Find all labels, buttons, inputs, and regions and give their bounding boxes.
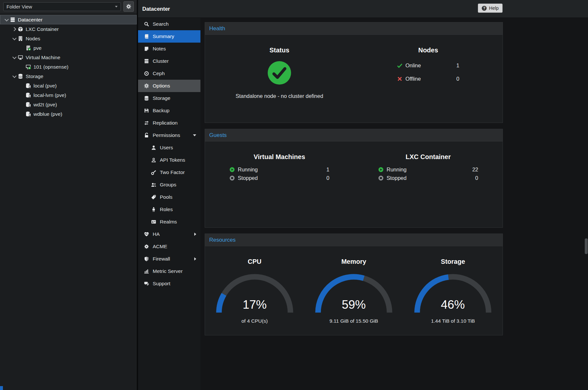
tree-item-pve[interactable]: pve (0, 43, 137, 53)
unlock-icon (144, 133, 149, 138)
tree-item-storage[interactable]: Storage (0, 72, 137, 81)
tree-expander-icon[interactable] (12, 27, 17, 32)
guests-stat-rows: Running22Stopped0 (378, 167, 478, 181)
menu-item-acme[interactable]: ACME (138, 240, 200, 253)
shield-icon (144, 256, 149, 262)
page-title: Datacenter (142, 6, 170, 12)
gauge-storage: Storage46%1.44 TiB of 3.10 TiB (403, 254, 503, 324)
resource-tree-panel: Folder View DatacenterLXC ContainerNodes… (0, 0, 137, 390)
tree-item-storage-local[interactable]: local (pve) (0, 81, 137, 90)
tree-settings-button[interactable] (123, 1, 134, 12)
menu-item-label: Realms (160, 219, 177, 225)
guests-column-title: Virtual Machines (205, 153, 354, 161)
status-column-title: Status (205, 47, 354, 54)
gauge-title: CPU (248, 258, 262, 265)
bar-chart-icon (144, 269, 149, 274)
tree-expander-spacer (19, 102, 25, 107)
certificate-icon (144, 244, 149, 249)
datacenter-menu: SearchSummaryNotesClusterCephOptionsStor… (138, 18, 200, 390)
status-message: Standalone node - no cluster defined (205, 93, 354, 99)
gauge-arc: 46% (409, 269, 497, 316)
tree-item-label: Storage (26, 74, 43, 79)
tree-item-storage-wdblue[interactable]: wdblue (pve) (0, 109, 137, 119)
menu-item-pools[interactable]: Pools (138, 191, 200, 203)
guests-column-virtual-machines: Virtual MachinesRunning1Stopped0 (205, 149, 354, 227)
stat-label: Online (405, 62, 421, 69)
tree-item-storage-wd2t[interactable]: wd2t (pve) (0, 100, 137, 109)
chevron-right-icon (194, 257, 196, 261)
stat-value: 22 (472, 167, 478, 173)
menu-item-search[interactable]: Search (138, 18, 200, 30)
menu-item-two-factor[interactable]: Two Factor (138, 166, 200, 179)
menu-item-realms[interactable]: Realms (138, 216, 200, 228)
panel-header: Datacenter ? Help (138, 0, 588, 18)
play-circle-icon (378, 167, 384, 172)
nodes-icon (18, 36, 23, 41)
menu-item-summary[interactable]: Summary (138, 30, 200, 43)
key-icon (151, 170, 156, 175)
menu-item-label: Users (160, 145, 173, 151)
tree-item-vm-101[interactable]: 101 (opnsense) (0, 62, 137, 72)
retweet-icon (144, 120, 149, 126)
tree-expander-icon[interactable] (12, 74, 17, 79)
tree-expander-icon[interactable] (12, 55, 17, 60)
check-icon (397, 63, 403, 68)
menu-item-groups[interactable]: Groups (138, 179, 200, 191)
menu-item-firewall[interactable]: Firewall (138, 253, 200, 265)
menu-item-permissions[interactable]: Permissions (138, 129, 200, 141)
tree-expander-spacer (19, 112, 25, 117)
tree-item-label: Nodes (26, 36, 40, 42)
stat-label: Stopped (238, 175, 258, 181)
tree-item-nodes[interactable]: Nodes (0, 34, 137, 43)
content-scrollbar-thumb[interactable] (585, 238, 588, 254)
guests-stat-rows: Running1Stopped0 (229, 167, 329, 181)
resources-panel: Resources CPU17%of 4 CPU(s)Memory59%9.11… (205, 234, 503, 335)
stat-value: 0 (475, 175, 478, 181)
view-selector-value: Folder View (6, 4, 32, 9)
vm-icon (18, 55, 23, 60)
tree-item-storage-local-lvm[interactable]: local-lvm (pve) (0, 90, 137, 100)
stat-row-stopped: Stopped0 (378, 175, 478, 181)
health-panel-body: Status Standalone node - no cluster defi… (205, 35, 503, 123)
tree-item-label: LXC Container (26, 26, 59, 32)
menu-item-ceph[interactable]: Ceph (138, 67, 200, 80)
menu-item-label: Support (153, 281, 170, 287)
tree-expander-spacer (19, 46, 25, 51)
menu-item-users[interactable]: Users (138, 141, 200, 154)
tree-item-datacenter[interactable]: Datacenter (0, 15, 137, 24)
tree-item-lxc-container[interactable]: LXC Container (0, 24, 137, 34)
menu-item-options[interactable]: Options (138, 80, 200, 92)
gauge-title: Storage (441, 258, 465, 265)
menu-item-cluster[interactable]: Cluster (138, 55, 200, 67)
menu-item-ha[interactable]: HA (138, 228, 200, 240)
menu-item-backup[interactable]: Backup (138, 104, 200, 117)
menu-item-label: ACME (153, 244, 167, 249)
menu-item-storage[interactable]: Storage (138, 92, 200, 104)
menu-item-metric-server[interactable]: Metric Server (138, 265, 200, 277)
view-selector[interactable]: Folder View (3, 2, 121, 11)
gauge-cpu: CPU17%of 4 CPU(s) (205, 254, 304, 324)
tree-expander-icon[interactable] (4, 17, 9, 22)
menu-item-roles[interactable]: Roles (138, 203, 200, 216)
help-button[interactable]: ? Help (478, 4, 503, 13)
tree-expander-icon[interactable] (12, 36, 17, 41)
help-button-label: Help (489, 6, 499, 11)
menu-item-label: Metric Server (153, 268, 183, 274)
chevron-right-icon (194, 233, 196, 236)
tree-item-virtual-machine[interactable]: Virtual Machine (0, 53, 137, 62)
stop-circle-icon (378, 175, 384, 181)
stat-row-offline: Offline0 (397, 76, 459, 82)
menu-item-label: Notes (153, 46, 166, 52)
tree-item-label: 101 (opnsense) (33, 64, 69, 70)
tree-item-label: wd2t (pve) (33, 102, 57, 108)
menu-item-label: Groups (160, 182, 176, 188)
vm-running-icon (25, 64, 31, 70)
menu-item-notes[interactable]: Notes (138, 43, 200, 55)
summary-content: Health Status Standalone node - no clust… (200, 18, 588, 390)
menu-item-api-tokens[interactable]: API Tokens (138, 154, 200, 166)
menu-item-support[interactable]: Support (138, 277, 200, 290)
menu-item-replication[interactable]: Replication (138, 117, 200, 129)
stat-value: 0 (326, 175, 329, 181)
gauge-memory: Memory59%9.11 GiB of 15.50 GiB (304, 254, 403, 324)
health-status-column: Status Standalone node - no cluster defi… (205, 43, 354, 123)
